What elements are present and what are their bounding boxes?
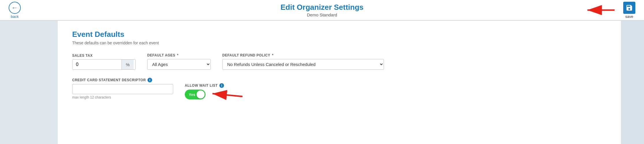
- default-ages-select[interactable]: All Ages 18+ 21+ All Ages with Guardian: [147, 59, 211, 70]
- toggle-yes-label: Yes: [186, 92, 195, 97]
- refund-required-indicator: *: [272, 53, 273, 57]
- sales-tax-suffix: %: [122, 60, 134, 69]
- credit-card-info-icon[interactable]: i: [148, 78, 152, 82]
- required-indicator: *: [177, 53, 178, 57]
- credit-card-descriptor-input[interactable]: [72, 84, 173, 94]
- save-button[interactable]: save: [623, 2, 635, 19]
- back-label: back: [11, 14, 18, 19]
- allow-wait-list-group: ALLOW WAIT LIST i Yes: [185, 83, 224, 99]
- default-refund-policy-group: DEFAULT REFUND POLICY * No Refunds Unles…: [222, 53, 384, 70]
- svg-line-3: [212, 94, 242, 96]
- save-label: save: [625, 14, 633, 19]
- main-layout: Event Defaults These defaults can be ove…: [0, 21, 644, 144]
- sales-tax-input[interactable]: [72, 60, 122, 69]
- section-description: These defaults can be overridden for eac…: [72, 41, 606, 45]
- page-title: Edit Organizer Settings: [281, 3, 364, 12]
- credit-card-hint: max length 12 characters: [72, 95, 173, 99]
- sidebar-right: [621, 21, 644, 144]
- default-ages-group: DEFAULT AGES * All Ages 18+ 21+ All Ages…: [147, 53, 211, 70]
- sales-tax-group: SALES TAX %: [72, 54, 136, 70]
- credit-card-descriptor-group: CREDIT CARD STATEMENT DESCRIPTOR i max l…: [72, 78, 173, 99]
- default-ages-label: DEFAULT AGES *: [147, 53, 211, 57]
- wait-list-toggle[interactable]: Yes: [185, 90, 206, 99]
- sales-tax-input-wrapper: %: [72, 59, 136, 70]
- header-center: Edit Organizer Settings Demo Standard: [281, 3, 364, 17]
- default-refund-policy-label: DEFAULT REFUND POLICY *: [222, 53, 384, 57]
- sales-tax-label: SALES TAX: [72, 54, 136, 58]
- credit-card-label: CREDIT CARD STATEMENT DESCRIPTOR i: [72, 78, 173, 82]
- sidebar-left: [0, 21, 58, 144]
- form-row-1: SALES TAX % DEFAULT AGES * All Ages 18+ …: [72, 53, 606, 70]
- default-refund-policy-select[interactable]: No Refunds Unless Canceled or Reschedule…: [222, 59, 384, 70]
- form-row-2: CREDIT CARD STATEMENT DESCRIPTOR i max l…: [72, 78, 606, 99]
- red-arrow-toggle-annotation: [208, 87, 245, 102]
- back-icon: ←: [9, 2, 21, 14]
- back-button[interactable]: ← back: [9, 2, 21, 19]
- wait-list-toggle-container: Yes: [185, 90, 224, 99]
- save-icon: [623, 2, 635, 14]
- header-right: save: [583, 2, 635, 19]
- toggle-thumb: [197, 90, 205, 98]
- content-area: Event Defaults These defaults can be ove…: [58, 21, 621, 144]
- red-arrow-save-annotation: [583, 4, 617, 16]
- page-subtitle: Demo Standard: [281, 12, 364, 17]
- section-title: Event Defaults: [72, 30, 606, 39]
- header: ← back Edit Organizer Settings Demo Stan…: [0, 0, 644, 21]
